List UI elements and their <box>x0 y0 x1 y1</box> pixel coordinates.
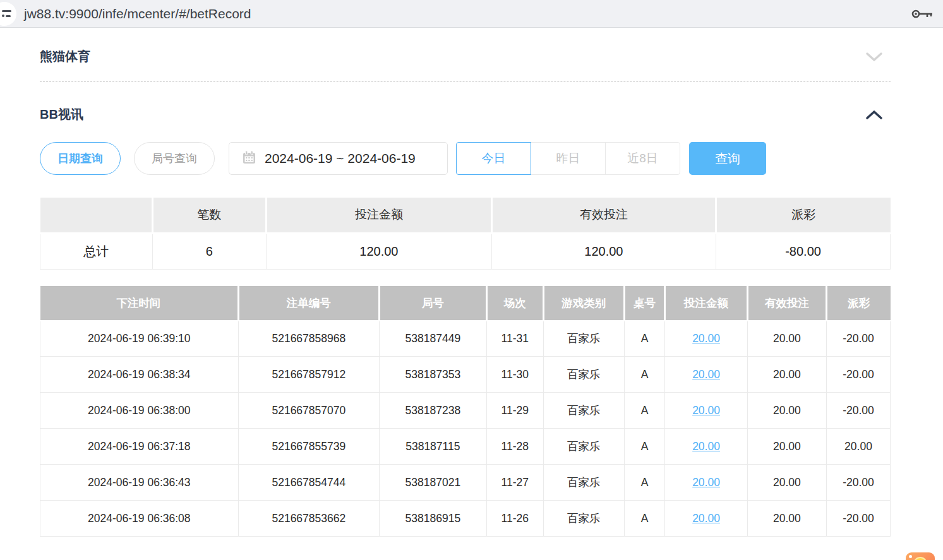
summary-column-header: 派彩 <box>716 198 891 233</box>
bet-column-header: 场次 <box>486 286 543 321</box>
bet-table-body: 2024-06-19 06:39:10521667858968538187449… <box>40 321 891 537</box>
chevron-down-icon[interactable] <box>865 52 883 62</box>
table-row: 2024-06-19 06:39:10521667858968538187449… <box>40 321 891 357</box>
bet-time: 2024-06-19 06:37:18 <box>40 429 239 465</box>
bet-id: 521667855739 <box>238 429 379 465</box>
valid-bet: 20.00 <box>747 321 826 357</box>
round-no: 538186915 <box>380 501 487 537</box>
table-row: 2024-06-19 06:36:08521667853662538186915… <box>40 501 891 537</box>
bet-amount-link[interactable]: 20.00 <box>692 368 720 381</box>
address-bar-url[interactable]: jw88.tv:9900/infe/mcenter/#/betRecord <box>24 6 251 21</box>
bet-column-header: 下注时间 <box>40 286 239 321</box>
round-query-tab[interactable]: 局号查询 <box>134 142 215 175</box>
table-no: A <box>624 357 665 393</box>
bet-amount-link[interactable]: 20.00 <box>692 476 720 489</box>
bet-column-header: 游戏类别 <box>543 286 624 321</box>
section-title-bb-video: BB视讯 <box>40 106 83 123</box>
session-no: 11-29 <box>486 393 543 429</box>
payout: -20.00 <box>826 321 890 357</box>
bet-column-header: 有效投注 <box>747 286 826 321</box>
bet-column-header: 注单编号 <box>238 286 379 321</box>
summary-value: 120.00 <box>267 233 492 269</box>
date-query-tab[interactable]: 日期查询 <box>40 142 121 175</box>
date-range-input[interactable]: 2024-06-19 ~ 2024-06-19 <box>229 142 448 175</box>
yesterday-button[interactable]: 昨日 <box>531 142 606 175</box>
valid-bet: 20.00 <box>747 465 826 501</box>
bet-amount-link[interactable]: 20.00 <box>692 440 720 453</box>
valid-bet: 20.00 <box>747 429 826 465</box>
bet-column-header: 局号 <box>380 286 487 321</box>
game-type: 百家乐 <box>543 465 624 501</box>
bet-time: 2024-06-19 06:36:08 <box>40 501 239 537</box>
table-row: 2024-06-19 06:38:00521667857070538187238… <box>40 393 891 429</box>
game-type: 百家乐 <box>543 393 624 429</box>
summary-head-row: 笔数投注金额有效投注派彩 <box>40 198 891 233</box>
section-header-panda-sports[interactable]: 熊猫体育 <box>40 28 891 65</box>
quick-date-button-group: 今日 昨日 近8日 <box>456 142 680 175</box>
chevron-up-icon[interactable] <box>865 110 883 120</box>
table-no: A <box>624 321 665 357</box>
round-no: 538187115 <box>380 429 487 465</box>
summary-column-header: 投注金额 <box>267 198 492 233</box>
promo-float-button[interactable] <box>906 552 935 560</box>
round-no: 538187238 <box>380 393 487 429</box>
payout: -20.00 <box>826 465 890 501</box>
bet-head-row: 下注时间注单编号局号场次游戏类别桌号投注金额有效投注派彩 <box>40 286 891 321</box>
payout: -20.00 <box>826 357 890 393</box>
bet-amount-link[interactable]: 20.00 <box>692 332 720 345</box>
round-no: 538187021 <box>380 465 487 501</box>
date-range-value: 2024-06-19 ~ 2024-06-19 <box>265 151 416 166</box>
bet-amount: 20.00 <box>665 393 748 429</box>
summary-table: 笔数投注金额有效投注派彩 总计6120.00120.00-80.00 <box>40 198 891 270</box>
game-type: 百家乐 <box>543 429 624 465</box>
filter-toolbar: 日期查询 局号查询 2024-06-19 ~ 2024-06-19 今日 <box>40 142 891 175</box>
payout: 20.00 <box>826 429 890 465</box>
coin-icon <box>913 557 927 560</box>
summary-value: 120.00 <box>491 233 716 269</box>
section-header-bb-video[interactable]: BB视讯 <box>40 82 891 123</box>
last-8-days-button[interactable]: 近8日 <box>605 142 680 175</box>
bet-amount-link[interactable]: 20.00 <box>692 512 720 525</box>
bet-time: 2024-06-19 06:38:00 <box>40 393 239 429</box>
bet-column-header: 派彩 <box>826 286 890 321</box>
bet-time: 2024-06-19 06:36:43 <box>40 465 239 501</box>
password-key-icon[interactable] <box>911 8 933 22</box>
valid-bet: 20.00 <box>747 501 826 537</box>
site-info-icon[interactable] <box>0 2 16 26</box>
bet-amount-link[interactable]: 20.00 <box>692 404 720 417</box>
section-title-panda-sports: 熊猫体育 <box>40 48 90 65</box>
session-no: 11-27 <box>486 465 543 501</box>
summary-column-header: 有效投注 <box>491 198 716 233</box>
session-no: 11-26 <box>486 501 543 537</box>
bet-id: 521667854744 <box>238 465 379 501</box>
summary-data-row: 总计6120.00120.00-80.00 <box>40 233 891 269</box>
bet-column-header: 桌号 <box>624 286 665 321</box>
summary-value: 6 <box>152 233 266 269</box>
round-no: 538187449 <box>380 321 487 357</box>
bet-amount: 20.00 <box>665 321 748 357</box>
browser-address-bar[interactable]: jw88.tv:9900/infe/mcenter/#/betRecord <box>0 0 943 28</box>
table-row: 2024-06-19 06:38:34521667857912538187353… <box>40 357 891 393</box>
calendar-icon <box>242 150 256 167</box>
session-no: 11-28 <box>486 429 543 465</box>
table-no: A <box>624 501 665 537</box>
summary-total-label: 总计 <box>40 233 153 269</box>
summary-value: -80.00 <box>716 233 891 269</box>
bet-id: 521667857070 <box>238 393 379 429</box>
valid-bet: 20.00 <box>747 393 826 429</box>
bet-id: 521667853662 <box>238 501 379 537</box>
table-no: A <box>624 393 665 429</box>
today-button[interactable]: 今日 <box>456 142 531 175</box>
session-no: 11-31 <box>486 321 543 357</box>
payout: -20.00 <box>826 393 890 429</box>
bet-column-header: 投注金额 <box>665 286 748 321</box>
bet-amount: 20.00 <box>665 429 748 465</box>
bet-amount: 20.00 <box>665 357 748 393</box>
bet-id: 521667858968 <box>238 321 379 357</box>
table-row: 2024-06-19 06:36:43521667854744538187021… <box>40 465 891 501</box>
bet-amount: 20.00 <box>665 501 748 537</box>
search-button[interactable]: 查询 <box>689 142 766 175</box>
bet-records-table: 下注时间注单编号局号场次游戏类别桌号投注金额有效投注派彩 2024-06-19 … <box>40 286 891 537</box>
table-no: A <box>624 465 665 501</box>
summary-column-header <box>40 198 153 233</box>
